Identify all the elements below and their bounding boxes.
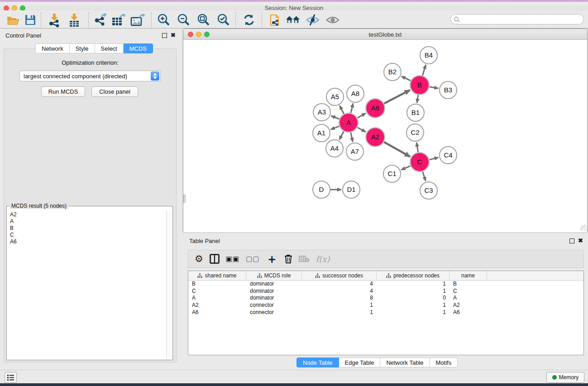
graph-edge-A-A6[interactable]	[357, 113, 366, 118]
cell-predecessor-nodes[interactable]: 1	[377, 281, 449, 288]
graph-node-A7[interactable]: A7	[346, 143, 363, 160]
cell-shared-name[interactable]: A6	[188, 309, 246, 316]
cell-predecessor-nodes[interactable]: 1	[377, 302, 449, 309]
control-panel-float-button[interactable]	[162, 33, 167, 38]
cell-MCDS-role[interactable]: dominator	[246, 281, 302, 288]
cell-shared-name[interactable]: B	[188, 281, 246, 288]
column-visibility-button[interactable]	[210, 253, 220, 265]
graph-node-A2[interactable]: A2	[366, 128, 385, 147]
tab-network-table[interactable]: Network Table	[380, 357, 430, 367]
graph-node-C3[interactable]: C3	[420, 182, 437, 199]
cell-MCDS-role[interactable]: dominator	[246, 295, 302, 302]
network-canvas[interactable]: B4B2BB3A8A5A6A3B1AC2A1A2A4A7C4CC1C3DD1	[183, 40, 587, 232]
cell-successor-nodes[interactable]: 8	[302, 295, 377, 302]
graph-node-A6[interactable]: A6	[366, 99, 385, 118]
table-row[interactable]: Bdominator41B	[188, 281, 583, 288]
graph-node-A[interactable]: A	[339, 113, 358, 132]
search-input[interactable]	[462, 16, 583, 23]
zoom-fit-button[interactable]	[196, 12, 211, 28]
import-table-button[interactable]	[67, 12, 82, 28]
new-network-button[interactable]	[268, 12, 283, 28]
cell-name[interactable]: B	[449, 281, 487, 288]
graph-edge-C-C2[interactable]	[416, 143, 418, 152]
close-panel-button[interactable]: Close panel	[91, 86, 138, 97]
column-header-shared-name[interactable]: shared name	[188, 271, 246, 280]
mcds-result-item[interactable]: A6	[7, 238, 167, 245]
graph-node-C4[interactable]: C4	[440, 147, 457, 164]
hide-selected-button[interactable]	[305, 12, 320, 28]
cell-successor-nodes[interactable]: 1	[302, 302, 377, 309]
criterion-select[interactable]: largest connected component (directed)	[19, 71, 161, 81]
graph-node-B4[interactable]: B4	[420, 47, 437, 64]
network-vscrollbar[interactable]	[183, 195, 186, 203]
first-neighbors-button[interactable]	[285, 12, 301, 28]
graph-edge-A-A7[interactable]	[351, 132, 353, 142]
cell-MCDS-role[interactable]: dominator	[246, 288, 302, 295]
graph-node-A5[interactable]: A5	[326, 88, 344, 105]
graph-node-C[interactable]: C	[410, 152, 429, 172]
table-panel-float-button[interactable]	[569, 238, 574, 243]
graph-node-A8[interactable]: A8	[347, 85, 364, 102]
graph-edge-B-B1[interactable]	[417, 95, 418, 103]
cell-name[interactable]: A	[449, 295, 487, 302]
zoom-in-button[interactable]	[156, 12, 171, 28]
export-table-button[interactable]	[111, 12, 126, 28]
network-window-titlebar[interactable]: testGlobe.txt	[183, 29, 587, 40]
memory-button[interactable]: Memory	[546, 372, 584, 383]
tab-node-table[interactable]: Node Table	[296, 357, 339, 367]
table-row[interactable]: Cdominator41C	[188, 288, 583, 295]
graph-edge-C-C3[interactable]	[423, 172, 426, 181]
cell-MCDS-role[interactable]: connector	[246, 302, 302, 309]
cell-successor-nodes[interactable]: 4	[302, 281, 377, 288]
tab-edge-table[interactable]: Edge Table	[339, 357, 381, 367]
mcds-result-item[interactable]: A	[7, 218, 167, 224]
cell-successor-nodes[interactable]: 4	[302, 288, 377, 295]
cell-predecessor-nodes[interactable]: 1	[377, 309, 449, 316]
deselect-all-button[interactable]: ▢▢	[246, 253, 259, 265]
graph-node-A4[interactable]: A4	[326, 140, 343, 157]
cell-shared-name[interactable]: A	[188, 295, 246, 302]
cell-MCDS-role[interactable]: connector	[246, 309, 302, 316]
graph-edge-A-A5[interactable]	[339, 105, 344, 114]
create-column-button[interactable]: ＋	[266, 253, 278, 265]
graph-edge-B-B4[interactable]	[422, 65, 425, 76]
graph-edge-A-A4[interactable]	[339, 131, 344, 139]
mcds-result-item[interactable]: A2	[7, 211, 167, 218]
tab-motifs[interactable]: Motifs	[430, 357, 458, 367]
delete-table-button[interactable]	[299, 253, 310, 265]
graph-node-D1[interactable]: D1	[343, 181, 360, 198]
graph-edge-B-B3[interactable]	[430, 87, 439, 88]
tab-select[interactable]: Select	[95, 43, 124, 53]
cell-successor-nodes[interactable]: 1	[302, 309, 377, 316]
graph-node-D[interactable]: D	[313, 181, 330, 198]
export-network-button[interactable]	[93, 12, 108, 28]
task-history-button[interactable]	[5, 372, 17, 383]
graph-node-A1[interactable]: A1	[313, 124, 330, 142]
graph-node-B3[interactable]: B3	[440, 81, 457, 99]
graph-node-A3[interactable]: A3	[313, 104, 330, 121]
graph-node-C2[interactable]: C2	[406, 124, 424, 141]
graph-edge-C-C1[interactable]	[401, 166, 411, 170]
graph-node-C1[interactable]: C1	[383, 165, 401, 182]
run-mcds-button[interactable]: Run MCDS	[41, 86, 85, 97]
toolbar-search[interactable]	[450, 14, 584, 24]
column-header-predecessor-nodes[interactable]: predecessor nodes	[377, 271, 449, 280]
function-builder-button[interactable]: f(x)	[316, 253, 330, 265]
mcds-result-item[interactable]: B	[7, 224, 167, 231]
table-row[interactable]: A6connector11A6	[188, 309, 583, 316]
zoom-out-button[interactable]	[176, 12, 191, 28]
table-row[interactable]: Adominator80A	[188, 295, 583, 302]
delete-column-button[interactable]	[284, 253, 292, 265]
select-all-button[interactable]: ▣▣	[226, 253, 239, 265]
graph-edge-A-A8[interactable]	[351, 103, 353, 113]
graph-edge-C-C4[interactable]	[429, 157, 438, 160]
cell-shared-name[interactable]: C	[188, 288, 246, 295]
column-header-name[interactable]: name	[449, 271, 487, 280]
cell-name[interactable]: C	[449, 288, 487, 295]
window-resize-grip[interactable]	[580, 225, 587, 231]
cell-shared-name[interactable]: A2	[188, 302, 246, 309]
table-row[interactable]: A2connector11A2	[188, 302, 583, 309]
tab-network[interactable]: Network	[35, 43, 70, 53]
graph-edge-A-A2[interactable]	[357, 127, 366, 132]
network-graph[interactable]: B4B2BB3A8A5A6A3B1AC2A1A2A4A7C4CC1C3DD1	[183, 40, 587, 232]
